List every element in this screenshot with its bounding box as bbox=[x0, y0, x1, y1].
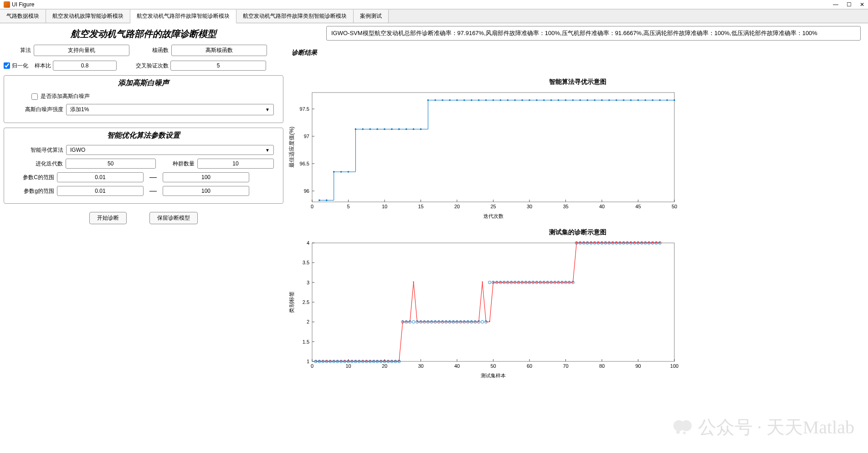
svg-point-46 bbox=[427, 99, 429, 101]
kernel-label: 核函数 bbox=[141, 46, 169, 54]
minimize-button[interactable]: — bbox=[833, 1, 838, 8]
svg-point-31 bbox=[318, 200, 320, 201]
opt-algo-dropdown[interactable]: IGWO ▼ bbox=[66, 145, 274, 155]
svg-point-49 bbox=[449, 99, 451, 101]
svg-text:25: 25 bbox=[490, 204, 496, 209]
svg-text:*: * bbox=[576, 241, 578, 245]
svg-point-43 bbox=[406, 129, 407, 130]
svg-point-60 bbox=[529, 99, 530, 101]
svg-text:*: * bbox=[365, 359, 367, 364]
svg-point-53 bbox=[478, 99, 480, 101]
add-noise-checkbox[interactable] bbox=[31, 93, 38, 100]
svg-point-68 bbox=[586, 99, 588, 101]
svg-point-55 bbox=[493, 99, 494, 101]
svg-point-79 bbox=[666, 99, 668, 101]
tab-data[interactable]: 气路数据模块 bbox=[0, 10, 46, 23]
svg-text:*: * bbox=[380, 359, 382, 364]
svg-point-32 bbox=[326, 200, 328, 201]
close-button[interactable]: ✕ bbox=[860, 1, 864, 8]
svg-text:*: * bbox=[348, 359, 349, 364]
svg-text:*: * bbox=[536, 280, 538, 285]
svg-point-74 bbox=[630, 99, 632, 101]
noise-intensity-value: 添加1% bbox=[70, 106, 89, 113]
tab-gaspath-diag[interactable]: 航空发动机气路部件故障智能诊断模块 bbox=[130, 10, 236, 23]
svg-text:*: * bbox=[597, 241, 599, 245]
svg-text:40: 40 bbox=[454, 363, 460, 369]
opt-group: 智能优化算法参数设置 智能寻优算法 IGWO ▼ 进化迭代数 50 种群数量 1… bbox=[4, 128, 283, 204]
svg-text:*: * bbox=[452, 319, 454, 324]
svg-text:*: * bbox=[532, 280, 534, 285]
svg-point-48 bbox=[442, 99, 443, 101]
svg-text:*: * bbox=[641, 241, 643, 245]
g-high-field[interactable]: 100 bbox=[163, 186, 249, 196]
save-model-button[interactable]: 保留诊断模型 bbox=[149, 212, 198, 224]
svg-text:45: 45 bbox=[635, 204, 641, 209]
svg-text:15: 15 bbox=[418, 204, 423, 209]
svg-text:*: * bbox=[398, 359, 400, 364]
svg-text:*: * bbox=[659, 241, 661, 245]
svg-text:2.5: 2.5 bbox=[303, 299, 309, 305]
svg-text:*: * bbox=[359, 359, 360, 364]
svg-point-50 bbox=[456, 99, 458, 101]
svg-text:*: * bbox=[467, 319, 469, 324]
svg-point-47 bbox=[435, 99, 437, 101]
svg-point-54 bbox=[485, 99, 487, 101]
svg-text:*: * bbox=[645, 241, 647, 245]
svg-text:*: * bbox=[315, 359, 317, 364]
svg-text:*: * bbox=[637, 241, 639, 245]
svg-point-264 bbox=[488, 281, 491, 284]
iter-label: 进化迭代数 bbox=[13, 160, 63, 168]
svg-point-243 bbox=[412, 320, 415, 323]
svg-point-67 bbox=[580, 99, 581, 101]
c-low-field[interactable]: 0.01 bbox=[57, 172, 144, 182]
opt-algo-label: 智能寻优算法 bbox=[13, 146, 63, 154]
fitness-chart: 智能算法寻优示意图 9696.59797.5051015202530354045… bbox=[287, 78, 868, 224]
svg-point-35 bbox=[348, 171, 349, 173]
svg-text:1: 1 bbox=[307, 359, 309, 364]
svg-text:*: * bbox=[623, 241, 625, 245]
tab-fault-diag[interactable]: 航空发动机故障智能诊断模块 bbox=[46, 10, 130, 23]
sample-ratio-field[interactable]: 0.8 bbox=[53, 61, 117, 71]
svg-text:*: * bbox=[431, 319, 433, 324]
svg-text:*: * bbox=[489, 319, 491, 324]
svg-text:*: * bbox=[445, 319, 447, 324]
maximize-button[interactable]: ☐ bbox=[847, 1, 852, 8]
svg-point-70 bbox=[601, 99, 603, 101]
svg-text:60: 60 bbox=[527, 363, 532, 369]
svg-point-65 bbox=[565, 99, 567, 101]
svg-text:*: * bbox=[594, 241, 596, 245]
pop-field[interactable]: 10 bbox=[197, 159, 274, 169]
svg-text:50: 50 bbox=[490, 363, 496, 369]
cv-field[interactable]: 5 bbox=[170, 61, 266, 71]
svg-text:80: 80 bbox=[599, 363, 605, 369]
svg-text:*: * bbox=[485, 319, 487, 324]
c-high-field[interactable]: 100 bbox=[163, 172, 249, 182]
svg-text:*: * bbox=[373, 359, 375, 364]
svg-text:*: * bbox=[547, 280, 549, 285]
tab-case-test[interactable]: 案例测试 bbox=[354, 10, 389, 23]
algo-field[interactable]: 支持向量机 bbox=[34, 45, 129, 56]
svg-text:*: * bbox=[521, 280, 523, 285]
svg-text:*: * bbox=[514, 280, 516, 285]
normalize-checkbox[interactable] bbox=[4, 62, 10, 69]
iter-field[interactable]: 50 bbox=[66, 159, 156, 169]
pop-label: 种群数量 bbox=[159, 160, 195, 168]
svg-text:*: * bbox=[416, 319, 418, 324]
svg-point-75 bbox=[637, 99, 639, 101]
svg-text:*: * bbox=[601, 241, 603, 245]
tab-gaspath-class[interactable]: 航空发动机气路部件故障类别智能诊断模块 bbox=[236, 10, 354, 23]
testset-chart: 测试集的诊断示意图 11.522.533.5401020304050607080… bbox=[287, 228, 868, 383]
svg-text:*: * bbox=[572, 280, 574, 285]
svg-text:*: * bbox=[493, 280, 494, 285]
result-text: IGWO-SVM模型航空发动机总部件诊断准确率：97.9167%,风扇部件故障准… bbox=[326, 26, 861, 41]
start-diag-button[interactable]: 开始诊断 bbox=[89, 212, 127, 224]
svg-text:*: * bbox=[471, 319, 473, 324]
kernel-field[interactable]: 高斯核函数 bbox=[171, 45, 267, 56]
g-low-field[interactable]: 0.01 bbox=[57, 186, 144, 196]
noise-intensity-dropdown[interactable]: 添加1% ▼ bbox=[66, 104, 274, 115]
svg-text:*: * bbox=[503, 280, 505, 285]
svg-point-77 bbox=[652, 99, 654, 101]
noise-group: 添加高斯白噪声 是否添加高斯白噪声 高斯白噪声强度 添加1% ▼ bbox=[4, 75, 283, 123]
svg-point-40 bbox=[384, 129, 385, 130]
chart2-svg: 11.522.533.540102030405060708090100*****… bbox=[287, 238, 679, 380]
